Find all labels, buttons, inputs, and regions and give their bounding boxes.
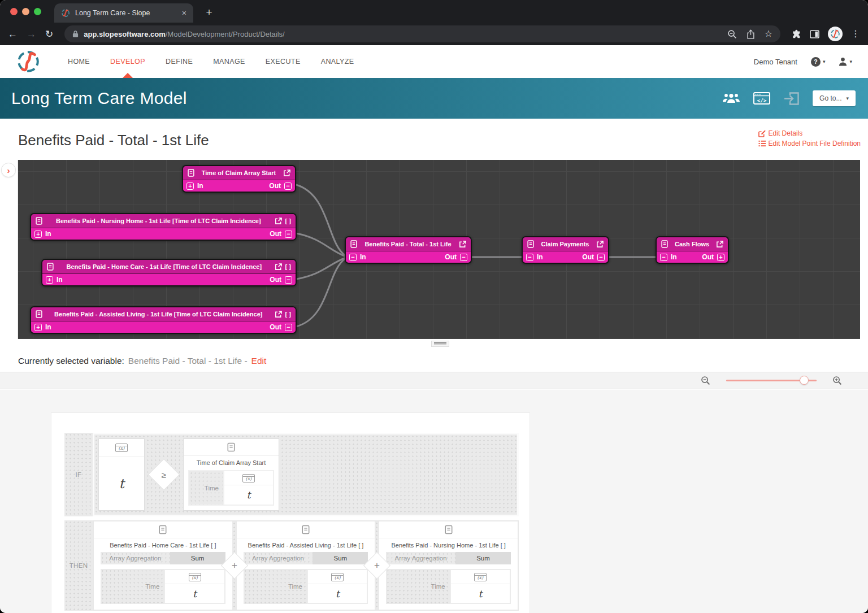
out-port[interactable]: Out− (269, 182, 292, 190)
in-port[interactable]: +In (186, 182, 203, 190)
extensions-puzzle-icon[interactable] (792, 29, 801, 39)
zoom-in-icon[interactable] (832, 376, 842, 385)
edit-details-link[interactable]: Edit Details (758, 129, 803, 137)
graph-node-home-care[interactable]: Benefits Paid - Home Care - 1st Life [Ti… (41, 259, 297, 286)
aggregation-value[interactable]: Sum (313, 552, 368, 564)
close-window-button[interactable] (10, 8, 18, 15)
model-code-icon[interactable]: </> (753, 92, 770, 105)
open-external-icon[interactable] (275, 311, 282, 318)
then-term-home-care[interactable]: Benefits Paid - Home Care - 1st Life [ ]… (94, 521, 232, 610)
open-external-icon[interactable] (459, 241, 466, 248)
then-term-nursing-home[interactable]: Benefits Paid - Nursing Home - 1st Life … (379, 521, 518, 610)
minimize-window-button[interactable] (22, 8, 29, 15)
condition-variable-card[interactable]: Time of Claim Array Start Time (x) t (183, 438, 279, 511)
maximize-window-button[interactable] (34, 8, 41, 15)
collapse-outputs-icon[interactable]: − (285, 231, 292, 238)
graph-node-claim-payments[interactable]: Claim Payments −In Out− (522, 236, 609, 264)
collapse-outputs-icon[interactable]: − (284, 182, 292, 190)
browser-tab[interactable]: Long Term Care - Slope × (54, 3, 193, 23)
model-users-icon[interactable] (723, 93, 740, 105)
side-panel-icon[interactable] (810, 30, 819, 38)
nav-item-execute[interactable]: EXECUTE (266, 45, 301, 78)
zoom-out-icon[interactable] (701, 376, 710, 385)
graph-node-assisted-living[interactable]: Benefits Paid - Assisted Living - 1st Li… (30, 306, 297, 334)
time-argument-box[interactable]: (x) t (450, 569, 511, 604)
in-port[interactable]: +In (34, 323, 51, 331)
expand-inputs-icon[interactable]: + (186, 182, 194, 190)
nav-item-analyze[interactable]: ANALYZE (321, 45, 354, 78)
expand-outputs-icon[interactable]: + (717, 254, 724, 261)
time-argument-box[interactable]: (x) t (307, 569, 368, 604)
expand-inputs-icon[interactable]: + (46, 276, 53, 284)
out-port[interactable]: Out− (270, 323, 292, 331)
user-menu[interactable]: ▾ (839, 57, 852, 66)
open-external-icon[interactable] (275, 218, 282, 225)
expand-sidebar-button[interactable]: › (1, 163, 16, 177)
time-argument-box[interactable]: (x) t (164, 569, 225, 604)
model-signin-icon[interactable] (784, 92, 799, 105)
time-argument-box[interactable]: (x) t (223, 471, 273, 505)
back-icon[interactable]: ← (8, 29, 18, 39)
open-external-icon[interactable] (596, 241, 604, 248)
graph-node-time-of-claim[interactable]: Time of Claim Array Start +In Out− (182, 165, 296, 193)
new-tab-button[interactable]: + (201, 5, 217, 20)
in-port[interactable]: +In (46, 276, 63, 284)
nav-item-manage[interactable]: MANAGE (213, 45, 245, 78)
tab-close-icon[interactable]: × (182, 9, 186, 17)
in-port[interactable]: −In (349, 253, 366, 261)
out-label: Out (445, 253, 457, 261)
reload-icon[interactable]: ↻ (45, 29, 53, 39)
greater-equal-operator[interactable]: ≥ (148, 459, 180, 491)
aggregation-value[interactable]: Sum (455, 552, 511, 564)
browser-menu-kebab-icon[interactable]: ⋮ (851, 29, 860, 38)
nav-item-home[interactable]: HOME (68, 45, 90, 78)
nav-item-define[interactable]: DEFINE (166, 45, 193, 78)
in-port[interactable]: −In (660, 253, 677, 261)
panel-resize-handle[interactable] (431, 341, 449, 347)
if-condition-container[interactable]: (x) t ≥ Time of Claim Array Start Time (… (93, 433, 519, 516)
graph-node-cash-flows[interactable]: Cash Flows −In Out+ (656, 236, 729, 264)
expand-inputs-icon[interactable]: + (34, 231, 42, 238)
out-port[interactable]: Out− (445, 253, 467, 261)
collapse-inputs-icon[interactable]: − (660, 254, 667, 261)
graph-canvas[interactable]: Time of Claim Array Start +In Out− Benef… (18, 160, 860, 339)
collapse-outputs-icon[interactable]: − (460, 254, 467, 261)
graph-node-total[interactable]: Benefits Paid - Total - 1st Life −In Out… (345, 236, 472, 264)
graph-node-nursing-home[interactable]: Benefits Paid - Nursing Home - 1st Life … (30, 213, 297, 241)
zoom-slider[interactable] (726, 380, 817, 381)
bookmark-star-icon[interactable]: ☆ (765, 29, 772, 38)
collapse-inputs-icon[interactable]: − (526, 254, 533, 261)
formula-editor[interactable]: IF (x) t ≥ Time of Claim Array Start Tim… (0, 390, 868, 613)
forward-icon[interactable]: → (27, 29, 36, 39)
out-port[interactable]: Out+ (702, 253, 724, 261)
out-port[interactable]: Out− (270, 230, 292, 238)
out-port[interactable]: Out− (270, 276, 292, 284)
profile-avatar[interactable] (828, 27, 843, 41)
in-port[interactable]: +In (34, 230, 51, 238)
edit-variable-link[interactable]: Edit (251, 356, 267, 366)
address-bar[interactable]: app.slopesoftware.com/ModelDevelopment/P… (64, 25, 780, 42)
expand-inputs-icon[interactable]: + (34, 324, 42, 331)
zoom-out-page-icon[interactable] (727, 29, 737, 39)
collapse-outputs-icon[interactable]: − (285, 276, 292, 284)
document-icon (527, 240, 534, 248)
collapse-outputs-icon[interactable]: − (597, 254, 605, 261)
goto-button[interactable]: Go to... ▾ (813, 90, 856, 106)
operand-t-card[interactable]: (x) t (98, 438, 145, 511)
collapse-outputs-icon[interactable]: − (285, 324, 292, 331)
open-external-icon[interactable] (283, 169, 290, 177)
slope-logo[interactable] (16, 49, 41, 74)
share-icon[interactable] (747, 29, 755, 39)
help-menu[interactable]: ? ▾ (811, 57, 826, 67)
open-external-icon[interactable] (716, 241, 723, 248)
zoom-slider-handle[interactable] (800, 376, 809, 385)
then-expression-container[interactable]: Benefits Paid - Home Care - 1st Life [ ]… (93, 520, 519, 611)
then-term-assisted-living[interactable]: Benefits Paid - Assisted Living - 1st Li… (237, 521, 375, 610)
out-port[interactable]: Out− (582, 253, 605, 261)
collapse-inputs-icon[interactable]: − (349, 254, 357, 261)
in-port[interactable]: −In (526, 253, 543, 261)
aggregation-value[interactable]: Sum (170, 552, 225, 564)
open-external-icon[interactable] (275, 263, 282, 271)
nav-item-develop[interactable]: DEVELOP (110, 45, 145, 78)
edit-model-point-link[interactable]: Edit Model Point File Definition (758, 140, 861, 147)
